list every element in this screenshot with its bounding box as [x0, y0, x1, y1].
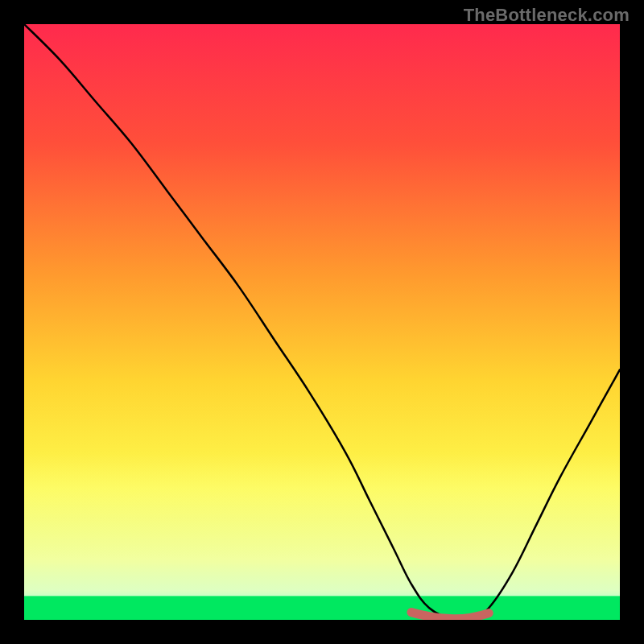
chart-svg [24, 24, 620, 620]
green-band [24, 596, 620, 620]
chart-frame: TheBottleneck.com [0, 0, 644, 644]
glow-overlay [24, 24, 620, 620]
plot-canvas [24, 24, 620, 620]
watermark-text: TheBottleneck.com [464, 5, 630, 26]
